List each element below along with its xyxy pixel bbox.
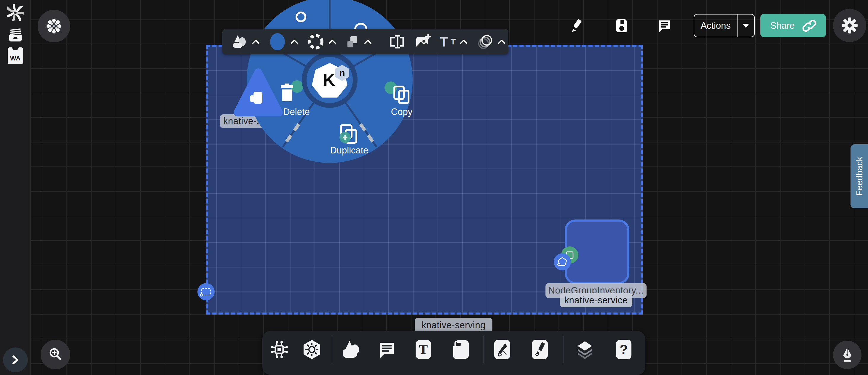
width-icon	[389, 35, 406, 49]
feedback-tab[interactable]: Feedback	[850, 144, 868, 208]
selection-area-badge[interactable]	[197, 283, 215, 300]
node-label-service-text: knative-service	[564, 295, 627, 306]
zoom-in-icon	[48, 347, 63, 362]
svg-text:Copy: Copy	[391, 107, 413, 117]
add-image-icon	[414, 33, 431, 50]
chevron-up-icon	[329, 39, 336, 44]
svg-text:n: n	[339, 68, 345, 78]
node-badge-knative[interactable]	[554, 253, 571, 270]
chevron-up-icon	[252, 39, 260, 44]
opacity-icon	[476, 33, 494, 50]
app-logo-icon	[7, 4, 24, 21]
chevron-up-icon	[364, 39, 372, 44]
tools-toolbar: T	[262, 331, 645, 375]
text-style-icon-small: T	[451, 38, 456, 46]
freehand-tool-button[interactable]	[529, 339, 550, 360]
toolbar-divider	[332, 336, 332, 363]
actions-divider	[737, 14, 738, 37]
comment-icon	[657, 18, 672, 33]
width-control[interactable]	[389, 35, 406, 49]
cluster-tool-button[interactable]	[269, 339, 290, 360]
kubernetes-tool-button[interactable]	[302, 339, 322, 360]
share-label: Share	[770, 21, 795, 31]
gear-icon	[841, 17, 858, 34]
help-tool-button[interactable]: ?	[613, 339, 634, 360]
text-tool-button[interactable]: T	[413, 339, 434, 360]
svg-text:K: K	[323, 70, 335, 90]
expand-sidebar-button[interactable]	[3, 347, 28, 372]
save-button[interactable]	[613, 17, 630, 35]
archive-icon	[7, 27, 24, 43]
shapes-icon	[343, 340, 361, 359]
shape-style-control[interactable]	[232, 34, 260, 49]
frame-tool-button[interactable]	[451, 339, 471, 360]
layers-tool-button[interactable]	[575, 339, 595, 360]
text-tool-icon: T	[415, 340, 431, 359]
help-icon: ?	[616, 340, 631, 359]
left-sidebar: WA	[0, 0, 31, 375]
pencil-icon	[569, 18, 585, 33]
chevron-up-icon	[498, 39, 505, 44]
copy-style-icon	[345, 34, 360, 49]
svg-text:Delete: Delete	[283, 107, 310, 117]
cluster-quick-button[interactable]	[38, 10, 70, 42]
comment-tool-button[interactable]	[376, 339, 397, 360]
chevron-up-icon	[290, 39, 298, 44]
fill-color-control[interactable]	[269, 33, 298, 50]
chevron-right-icon	[11, 354, 20, 366]
comments-button[interactable]	[656, 17, 674, 35]
sidebar-webassembly-button[interactable]: WA	[8, 47, 23, 64]
toolbar-divider	[563, 336, 564, 363]
flower-cluster-icon	[45, 18, 62, 34]
comment-icon	[378, 340, 396, 359]
freehand-pencil-icon	[532, 340, 548, 359]
kubernetes-icon	[302, 340, 322, 359]
add-image-control[interactable]	[414, 33, 431, 50]
chevron-up-icon	[460, 39, 467, 44]
share-button[interactable]: Share	[761, 14, 826, 37]
sidebar-archive-button[interactable]	[7, 27, 24, 43]
pen-knife-icon	[494, 340, 510, 359]
opacity-control[interactable]	[476, 33, 505, 50]
node-triangle[interactable]	[232, 66, 284, 120]
webassembly-icon: WA	[8, 47, 23, 64]
pen-mode-button[interactable]	[833, 341, 862, 369]
svg-text:Duplicate: Duplicate	[330, 145, 368, 156]
layers-icon	[576, 340, 594, 359]
zone-label-text: knative-serving	[422, 320, 486, 331]
pen-nib-icon	[840, 347, 855, 363]
zone-label: knative-serving	[415, 318, 492, 333]
feedback-label: Feedback	[855, 157, 864, 196]
actions-label: Actions	[694, 21, 737, 31]
zoom-button[interactable]	[41, 340, 70, 369]
actions-dropdown[interactable]	[738, 24, 754, 28]
app-window: knative-serving NodeGroupInventory... kn…	[0, 0, 868, 375]
dashed-circle-icon	[307, 33, 324, 50]
node-label-service: knative-service	[560, 293, 632, 307]
cluster-icon	[270, 340, 288, 359]
link-icon	[803, 20, 816, 32]
text-style-icon-big: T	[440, 35, 448, 48]
pen-knife-tool-button[interactable]	[492, 339, 513, 360]
toolbar-divider	[484, 336, 484, 363]
copy-style-control[interactable]	[345, 34, 372, 49]
actions-button[interactable]: Actions	[694, 14, 755, 37]
edit-mode-button[interactable]	[568, 17, 586, 35]
shapes-icon	[232, 34, 248, 49]
style-toolbar: T T	[222, 29, 508, 54]
text-style-control[interactable]: T T	[440, 35, 467, 48]
dashed-area-icon	[201, 288, 211, 295]
settings-button[interactable]	[833, 9, 866, 42]
pentagon-icon	[556, 256, 568, 268]
frame-icon	[453, 340, 469, 359]
color-swatch-icon	[269, 33, 286, 50]
border-style-control[interactable]	[307, 33, 336, 50]
caret-down-icon	[743, 24, 749, 28]
app-logo[interactable]	[7, 4, 24, 21]
shapes-tool-button[interactable]	[342, 339, 362, 360]
save-icon	[614, 18, 629, 33]
